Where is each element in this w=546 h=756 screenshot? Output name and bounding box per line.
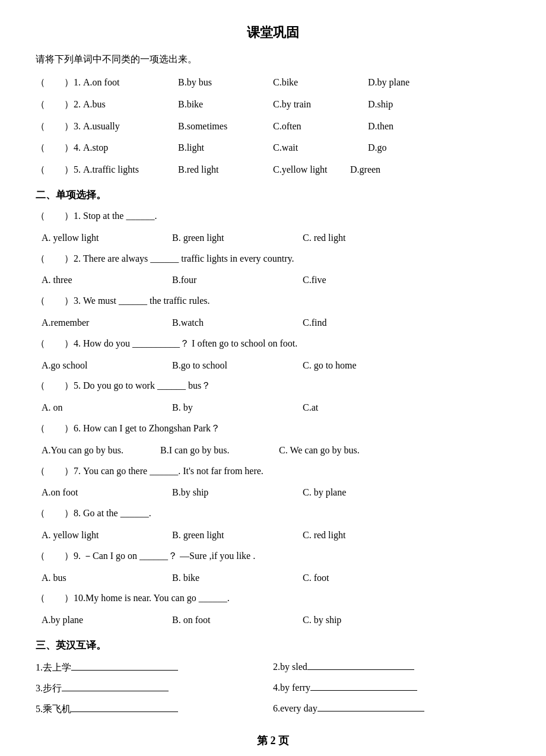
p2q7-a: A.on foot bbox=[42, 484, 172, 501]
p2q2-num: （ ）2. bbox=[36, 250, 83, 268]
p2q5-b: B. by bbox=[172, 399, 303, 417]
trans5-num: 5. bbox=[36, 704, 43, 714]
p2q6-text: How can I get to Zhongshan Park？ bbox=[83, 420, 220, 437]
p2q7-num: （ ）7. bbox=[36, 463, 83, 480]
p2q8-c: C. red light bbox=[303, 527, 345, 544]
table-row: （ ）1. A.on foot B.by bus C.bike D.by pla… bbox=[36, 74, 510, 91]
trans3-text: 步行 bbox=[43, 682, 62, 695]
translation-item-1: 1. 去上学 bbox=[36, 662, 273, 674]
q4-num: （ ）4. bbox=[36, 139, 83, 157]
trans3-num: 3. bbox=[36, 683, 43, 694]
page-number: 第 2 页 bbox=[257, 735, 289, 747]
list-item: （ ）6. How can I get to Zhongshan Park？ bbox=[36, 420, 510, 437]
list-item: A. yellow light B. green light C. red li… bbox=[36, 527, 510, 544]
p2q10-c: C. by ship bbox=[303, 612, 341, 629]
p2q2-b: B.four bbox=[172, 272, 303, 289]
p2q2-c: C.five bbox=[303, 272, 326, 289]
translation-row-2: 3. 步行 4. by ferry bbox=[36, 682, 510, 695]
list-item: A. on B. by C.at bbox=[36, 399, 510, 417]
p2q9-num: （ ）9. bbox=[36, 548, 83, 565]
list-item: A. bus B. bike C. foot bbox=[36, 570, 510, 587]
p2q1-text: Stop at the ______. bbox=[83, 208, 157, 225]
list-item: A.on foot B.by ship C. by plane bbox=[36, 484, 510, 501]
list-item: （ ）7. You can go there ______. It's not … bbox=[36, 463, 510, 480]
q3-a: A.usually bbox=[83, 118, 178, 135]
part3-title: 三、英汉互译。 bbox=[36, 639, 510, 652]
trans1-text: 去上学 bbox=[43, 662, 71, 674]
q1-num: （ ）1. bbox=[36, 74, 83, 91]
q4-d: D.go bbox=[368, 139, 387, 157]
p2q7-b: B.by ship bbox=[172, 484, 303, 501]
q1-a: A.on foot bbox=[83, 74, 178, 91]
q5-b: B.red light bbox=[178, 161, 273, 179]
p2q4-c: C. go to home bbox=[303, 357, 357, 374]
list-item: A.You can go by bus. B.I can go by bus. … bbox=[36, 442, 510, 459]
p2q10-num: （ ）10. bbox=[36, 590, 85, 607]
p2q7-c: C. by plane bbox=[303, 484, 346, 501]
q5-c: C.yellow light bbox=[273, 161, 350, 179]
p2q4-text: How do you __________？ I often go to sch… bbox=[83, 335, 297, 352]
trans4-blank bbox=[310, 690, 417, 691]
page-title: 课堂巩固 bbox=[36, 24, 510, 42]
p2q6-num: （ ）6. bbox=[36, 420, 83, 437]
p2q10-a: A.by plane bbox=[42, 612, 172, 629]
p2q2-text: There are always ______ traffic lights i… bbox=[83, 250, 294, 268]
part2-title: 二、单项选择。 bbox=[36, 188, 510, 202]
p2q2-a: A. three bbox=[42, 272, 172, 289]
list-item: A.remember B.watch C.find bbox=[36, 315, 510, 332]
p2q3-text: We must ______ the traffic rules. bbox=[83, 293, 209, 310]
p2q6-c: C. We can go by bus. bbox=[279, 442, 360, 459]
q4-a: A.stop bbox=[83, 139, 178, 157]
trans4-num: 4. bbox=[273, 682, 280, 693]
q2-a: A.bus bbox=[83, 96, 178, 113]
q3-num: （ ）3. bbox=[36, 118, 83, 135]
list-item: （ ）10. My home is near. You can go _____… bbox=[36, 590, 510, 607]
p2q6-a: A.You can go by bus. bbox=[42, 442, 160, 459]
part2-questions: （ ）1. Stop at the ______. A. yellow ligh… bbox=[36, 208, 510, 629]
translation-item-2: 2. by sled bbox=[273, 662, 510, 674]
p2q1-b: B. green light bbox=[172, 230, 303, 247]
q2-num: （ ）2. bbox=[36, 96, 83, 113]
p2q1-c: C. red light bbox=[303, 230, 345, 247]
p2q1-num: （ ）1. bbox=[36, 208, 83, 225]
p2q4-a: A.go school bbox=[42, 357, 172, 374]
list-item: A.by plane B. on foot C. by ship bbox=[36, 612, 510, 629]
p2q1-a: A. yellow light bbox=[42, 230, 172, 247]
p2q7-text: You can go there ______. It's not far fr… bbox=[83, 463, 264, 480]
p2q9-b: B. bike bbox=[172, 570, 303, 587]
p2q9-text: －Can I go on ______？ —Sure ,if you like … bbox=[83, 548, 255, 565]
list-item: A. three B.four C.five bbox=[36, 272, 510, 289]
table-row: （ ）2. A.bus B.bike C.by train D.ship bbox=[36, 96, 510, 113]
list-item: A. yellow light B. green light C. red li… bbox=[36, 230, 510, 247]
q4-b: B.light bbox=[178, 139, 273, 157]
list-item: A.go school B.go to school C. go to home bbox=[36, 357, 510, 374]
p2q9-a: A. bus bbox=[42, 570, 172, 587]
translation-item-6: 6. every day bbox=[273, 703, 510, 716]
q3-d: D.then bbox=[368, 118, 393, 135]
table-row: （ ）4. A.stop B.light C.wait D.go bbox=[36, 139, 510, 157]
p2q8-b: B. green light bbox=[172, 527, 303, 544]
translation-section: 1. 去上学 2. by sled 3. 步行 4. by ferry 5. 乘… bbox=[36, 662, 510, 716]
p2q4-b: B.go to school bbox=[172, 357, 303, 374]
translation-item-5: 5. 乘飞机 bbox=[36, 703, 273, 716]
p2q8-text: Go at the ______. bbox=[83, 505, 151, 522]
q3-b: B.sometimes bbox=[178, 118, 273, 135]
q2-b: B.bike bbox=[178, 96, 273, 113]
list-item: （ ）3. We must ______ the traffic rules. bbox=[36, 293, 510, 310]
list-item: （ ）2. There are always ______ traffic li… bbox=[36, 250, 510, 268]
q5-a: A.traffic lights bbox=[83, 161, 178, 179]
q1-d: D.by plane bbox=[368, 74, 410, 91]
translation-item-4: 4. by ferry bbox=[273, 682, 510, 695]
part1-instructions: 请将下列单词中不同类的一项选出来。 bbox=[36, 53, 510, 66]
trans3-blank bbox=[62, 691, 169, 691]
trans5-text: 乘飞机 bbox=[43, 703, 71, 716]
q1-b: B.by bus bbox=[178, 74, 273, 91]
p2q6-b: B.I can go by bus. bbox=[160, 442, 279, 459]
list-item: （ ）4. How do you __________？ I often go … bbox=[36, 335, 510, 352]
p2q10-b: B. on foot bbox=[172, 612, 303, 629]
p2q3-a: A.remember bbox=[42, 315, 172, 332]
trans2-blank bbox=[307, 669, 414, 670]
p2q5-a: A. on bbox=[42, 399, 172, 417]
p2q5-c: C.at bbox=[303, 399, 318, 417]
q5-num: （ ）5. bbox=[36, 161, 83, 179]
